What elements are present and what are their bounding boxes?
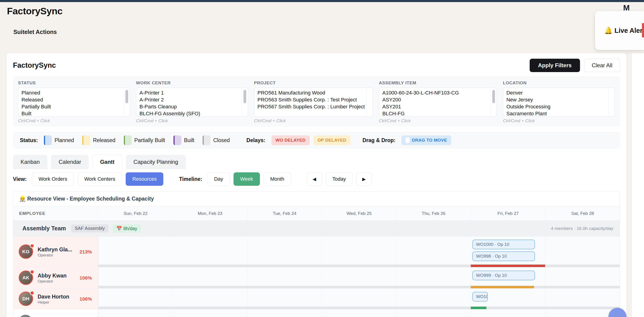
filter-option[interactable]: New Jersey — [506, 96, 607, 103]
status-swatch-label: Released — [93, 137, 115, 144]
day-cell[interactable]: WO1000 · Op 10 — [471, 288, 545, 309]
filter-option[interactable]: Outside Processing — [506, 103, 607, 110]
timeline-button-month[interactable]: Month — [264, 172, 291, 186]
scrollbar-thumb[interactable] — [126, 90, 128, 103]
day-cell[interactable] — [396, 288, 471, 309]
tab-gantt[interactable]: Gantt — [92, 155, 122, 169]
employee-role: Operator — [38, 253, 72, 258]
filter-option[interactable]: A-Printer 2 — [140, 96, 240, 103]
filter-panel-title: FactorySync — [13, 61, 56, 70]
day-cell[interactable]: WO999 · Op 10 — [471, 267, 545, 288]
filter-multiselect[interactable]: PRO561 Manufacturing WoodPRO563 Smith Su… — [254, 88, 373, 117]
day-column-header: Tue, Feb 24 — [247, 206, 322, 220]
tab-calendar[interactable]: Calendar — [51, 155, 89, 169]
work-order-chip[interactable]: WO1000 · Op 10 — [472, 240, 535, 249]
employee-cell[interactable]: AKAbby KwanOperator106% — [13, 267, 98, 288]
filter-label: LOCATION — [503, 80, 615, 86]
filter-multiselect[interactable]: A1000-60-24-30-L-CH-NF103-CGASY200ASY201… — [379, 88, 497, 117]
scrollbar-track — [608, 88, 609, 116]
filter-option[interactable]: Sacramento Plant — [506, 110, 607, 117]
day-cell[interactable] — [396, 310, 471, 317]
filter-option[interactable]: Denver — [506, 90, 607, 96]
day-cell[interactable] — [98, 236, 173, 267]
filter-option[interactable]: BLCH-FG Assembly (SFO) — [140, 110, 240, 117]
tab-kanban[interactable]: Kanban — [13, 155, 47, 169]
day-cell[interactable] — [471, 310, 545, 317]
page-scrollbar[interactable] — [632, 53, 644, 317]
day-cell[interactable] — [247, 236, 322, 267]
view-button-work-orders[interactable]: Work Orders — [32, 172, 74, 186]
employee-cell[interactable]: KGKathryn Gla...Operator213% — [13, 236, 98, 267]
employee-rows: KGKathryn Gla...Operator213%WO1000 · Op … — [13, 236, 620, 317]
today-button[interactable]: Today — [326, 172, 353, 186]
tab-capacity-planning[interactable]: Capacity Planning — [126, 155, 186, 169]
day-cell[interactable] — [545, 288, 620, 309]
day-cell[interactable] — [98, 288, 173, 309]
day-cell[interactable] — [173, 236, 248, 267]
employee-cell[interactable]: DHDave HortonHelper106% — [13, 288, 98, 309]
multiselect-hint: Ctrl/Cmd + Click — [18, 118, 130, 124]
apply-filters-button[interactable]: Apply Filters — [530, 59, 580, 72]
day-cell[interactable] — [545, 267, 620, 288]
day-cell[interactable] — [247, 267, 322, 288]
day-cell[interactable] — [545, 236, 620, 267]
day-cell[interactable] — [247, 288, 322, 309]
filter-option[interactable]: B-Parts Cleanup — [140, 103, 240, 110]
filter-option[interactable]: ASY200 — [382, 96, 489, 103]
next-button[interactable]: ▶ — [356, 172, 372, 186]
day-cell[interactable] — [396, 236, 471, 267]
day-cell[interactable] — [322, 310, 396, 317]
day-cell[interactable] — [173, 310, 248, 317]
prev-button[interactable]: ◀ — [307, 172, 322, 186]
overload-alert-dot — [30, 291, 34, 295]
top-navy-bar — [0, 0, 644, 2]
filter-multiselect[interactable]: PlannedReleasedPartially BuiltBuiltClose… — [18, 88, 130, 117]
view-button-work-centers[interactable]: Work Centers — [78, 172, 122, 186]
work-order-chip[interactable]: WO1000 · Op 10 — [472, 292, 488, 302]
day-cell[interactable] — [98, 310, 173, 317]
day-cell[interactable] — [322, 288, 396, 309]
filter-multiselect[interactable]: DenverNew JerseyOutside ProcessingSacram… — [503, 88, 615, 117]
day-cell[interactable] — [173, 288, 248, 309]
drag-to-move-badge: DRAG TO MOVE — [402, 136, 451, 145]
filter-option[interactable]: PRO563 Smith Supplies Corp. : Test Proje… — [258, 96, 365, 103]
scrollbar-thumb[interactable] — [492, 90, 495, 103]
day-cell[interactable] — [247, 310, 322, 317]
work-order-chip[interactable]: WO999 · Op 10 — [472, 270, 535, 280]
status-swatch — [44, 136, 52, 145]
timeline-button-week[interactable]: Week — [234, 172, 260, 186]
day-cell[interactable]: WO1000 · Op 10WO998 · Op 10 — [471, 236, 545, 267]
day-cell[interactable] — [322, 267, 396, 288]
filter-option[interactable]: Partially Built — [22, 103, 122, 110]
filter-option[interactable]: A1000-60-24-30-L-CH-NF103-CG — [382, 90, 489, 96]
filter-option[interactable]: Released — [22, 96, 122, 103]
employee-row: KGKathryn Gla...Operator213%WO1000 · Op … — [13, 236, 620, 267]
live-alerts-panel[interactable]: 🔔 Live Alerts — [595, 11, 644, 50]
status-swatch — [202, 136, 210, 145]
scrollbar-track — [366, 88, 366, 116]
timeline-button-day[interactable]: Day — [208, 172, 230, 186]
day-cell[interactable] — [98, 267, 173, 288]
day-cell[interactable] — [173, 267, 248, 288]
filter-option[interactable]: PRO561 Manufacturing Wood — [258, 90, 365, 96]
filter-option[interactable]: Planned — [22, 90, 122, 96]
delay-badge: OP DELAYED — [314, 136, 350, 145]
employee-cell[interactable]: ELEdward LiuHelper — [13, 310, 98, 317]
clear-all-button[interactable]: Clear All — [584, 59, 620, 72]
filter-multiselect[interactable]: A-Printer 1A-Printer 2B-Parts CleanupBLC… — [136, 88, 248, 117]
day-cell[interactable] — [396, 267, 471, 288]
view-button-resources[interactable]: Resources — [126, 172, 163, 186]
filter-option[interactable]: ASY201 — [382, 103, 489, 110]
filter-option[interactable]: A-Printer 1 — [140, 90, 240, 96]
day-cell[interactable] — [322, 236, 396, 267]
capacity-track — [98, 264, 620, 267]
filter-group-location: LOCATIONDenverNew JerseyOutside Processi… — [503, 80, 615, 124]
filter-option[interactable]: PRO567 Smith Supplies Corp. : Lumber Pro… — [258, 103, 365, 110]
scrollbar-thumb[interactable] — [244, 90, 246, 103]
filters-panel: STATUSPlannedReleasedPartially BuiltBuil… — [13, 76, 620, 126]
filter-option[interactable]: Built — [22, 110, 122, 117]
filter-option[interactable]: BLCH-FG — [382, 110, 489, 117]
utilization-percent: 106% — [80, 296, 93, 302]
capacity-fill — [471, 306, 486, 309]
work-order-chip[interactable]: WO998 · Op 10 — [472, 252, 535, 261]
